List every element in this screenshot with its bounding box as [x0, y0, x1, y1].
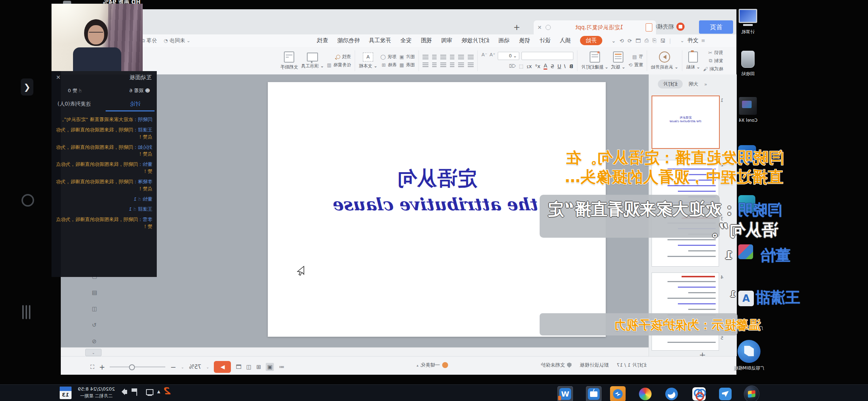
slideshow-view-icon[interactable]: 🗖 [236, 364, 241, 370]
present-tools-button[interactable]: 演示工具 ⌄ [301, 53, 324, 69]
desktop-icon-Corel X4[interactable] [738, 97, 758, 116]
menu-item-file[interactable]: ≡ 文件 ⌄ [680, 37, 705, 44]
slide-thumbnail-1[interactable]: 定语从句the attributive clause [652, 96, 720, 149]
share-button[interactable]: ⧉ 分享 [142, 37, 157, 44]
taskbar-icon-live-class-tv[interactable] [586, 386, 602, 401]
menu-item-10[interactable]: 特色功能 [337, 37, 360, 44]
zoom-in-icon[interactable]: + [99, 363, 105, 371]
clear-format-button[interactable]: ⌫ [509, 63, 516, 69]
desktop-icon-计算机[interactable] [738, 8, 758, 27]
cut-button[interactable]: 剪切✂ [703, 50, 723, 56]
new-tab-button[interactable]: + [513, 23, 520, 32]
paragraph-settings-icon[interactable] [423, 63, 428, 67]
beautify-button[interactable]: ▴ 一键美化 [417, 362, 448, 368]
strikethrough-button[interactable]: S [551, 63, 554, 69]
align-left-icon[interactable] [468, 55, 474, 59]
output-icon[interactable]: ⎘ [652, 37, 656, 44]
font-color-button[interactable]: A [544, 63, 547, 70]
sorter-view-icon[interactable]: ⊞ [256, 364, 261, 370]
redo-icon[interactable]: ⟳ [627, 38, 632, 44]
copy-button[interactable]: 复制⧉ [703, 58, 723, 64]
zoom-level[interactable]: 75% [189, 364, 201, 370]
task-pane-button[interactable]: 任务窗格▥ [327, 62, 351, 68]
font-size-input[interactable]: 0 ⌄ [498, 52, 519, 60]
sync-status-button[interactable]: ◔ 未同步 ⌄ [163, 37, 191, 44]
font-grow-icon[interactable]: A⁺ [490, 52, 496, 60]
taskbar-icon-circles-suite[interactable] [691, 386, 707, 401]
disable-tool-icon[interactable]: ⊘ [92, 338, 97, 345]
menu-item-9[interactable]: 开发工具 [369, 37, 391, 44]
desktop-icon-回收站[interactable] [738, 50, 758, 69]
menu-item-2[interactable]: 设计 [539, 37, 550, 44]
taskbar-icon-chat-app[interactable] [718, 386, 733, 401]
notes-collapse-button[interactable]: ⌄ [85, 349, 102, 356]
menu-item-1[interactable]: 插入 [560, 37, 571, 44]
text-box-button[interactable]: A 文本框 ⌄ [359, 53, 377, 69]
bullets-icon[interactable] [450, 55, 454, 59]
bold-button[interactable]: B [569, 63, 573, 69]
fit-screen-icon[interactable]: ⛶ [90, 364, 95, 370]
zoom-slider-knob[interactable] [129, 364, 135, 370]
action-center-icon[interactable] [132, 388, 136, 392]
normal-view-icon[interactable]: ▣ [266, 363, 274, 371]
desktop-icon-广联达BIM空间[interactable] [738, 340, 757, 359]
shapes-button[interactable]: 形状◯ [380, 54, 397, 60]
undo-icon[interactable]: ⟲ [620, 38, 624, 44]
find-button[interactable]: 查找 [327, 54, 351, 60]
text-direction-icon[interactable] [432, 63, 437, 67]
line-spacing-icon[interactable] [450, 63, 454, 67]
zoom-out-icon[interactable]: − [170, 363, 176, 371]
font-name-input[interactable] [521, 52, 573, 60]
justify-icon[interactable] [458, 63, 464, 67]
indent-more-icon[interactable] [432, 55, 437, 59]
align-right-icon[interactable] [468, 63, 474, 67]
menu-item-8[interactable]: 安全 [400, 37, 411, 44]
print-icon[interactable]: ⎙ [645, 37, 649, 44]
layers-tool-icon[interactable]: ▤ [92, 289, 97, 296]
desktop-icon-app-6[interactable] [738, 244, 758, 264]
picture-button[interactable]: 图片▣ [400, 54, 415, 60]
volume-icon[interactable] [125, 390, 127, 394]
section-button[interactable]: 节▤ [628, 54, 643, 60]
slideshow-play-button[interactable]: ▶ [214, 361, 231, 373]
chevron-down-icon[interactable]: ⌄ [612, 38, 616, 44]
layout-button[interactable]: 版式 ⌄ [611, 51, 625, 70]
tab-mic-list[interactable]: 连麦列表(0人) [57, 101, 91, 107]
menu-item-7[interactable]: 视图 [421, 37, 432, 44]
format-painter-button[interactable]: 格式刷🖌 [703, 66, 723, 72]
calendar-tray-icon[interactable]: 13 [60, 387, 72, 399]
table-button[interactable]: 表格⊞ [380, 62, 397, 68]
zoom-slider[interactable] [110, 367, 165, 367]
tab-slides[interactable]: 幻灯片 [658, 80, 683, 88]
underline-button[interactable]: U [557, 63, 561, 69]
italic-button[interactable]: I [564, 63, 566, 69]
taskbar-icon-wps-presentation[interactable]: W [557, 386, 573, 401]
align-center-icon[interactable] [458, 55, 464, 59]
paste-button[interactable]: 粘贴 ⌄ [686, 51, 700, 70]
indent-less-icon[interactable] [440, 63, 446, 67]
tray-expand-icon[interactable]: ▲ [157, 389, 160, 394]
network-icon[interactable] [146, 389, 153, 395]
taskbar-icon-start-button[interactable] [744, 386, 759, 401]
tab-close-icon[interactable]: ✕ [537, 24, 542, 30]
save-icon[interactable]: 🖫 [660, 38, 665, 44]
chart-button[interactable]: 图表▦ [400, 62, 415, 68]
play-from-current-button[interactable]: 从当前开始 ⌄ [651, 51, 678, 70]
sidebar-expand-handle[interactable]: ❯ [21, 78, 33, 96]
docer-template-tab[interactable]: 稻壳模板 [652, 23, 685, 31]
font-shrink-icon[interactable]: A⁻ [481, 52, 487, 60]
panel-close-icon[interactable]: ✕ [56, 74, 61, 81]
protection-status[interactable]: 文档未保护 [541, 362, 572, 368]
drag-handle-icon[interactable] [22, 305, 30, 319]
tab-discussion[interactable]: 讨论 [130, 101, 140, 107]
new-slide-button[interactable]: 新建幻灯片 ⌄ [581, 51, 609, 70]
design-template-status[interactable]: 默认设计模板 [580, 362, 609, 368]
reading-view-icon[interactable]: ◫ [246, 364, 251, 370]
taskbar-icon-firefox-browser[interactable] [637, 386, 653, 401]
notes-view-icon[interactable]: ≔ [279, 364, 284, 370]
document-tab[interactable]: ✕ 1定语从句复习.ppt [534, 20, 656, 34]
preview-icon[interactable]: 🗔 [636, 38, 641, 44]
menu-item-11[interactable]: 查找 [317, 37, 328, 44]
rotate-tool-icon[interactable]: ↺ [92, 322, 97, 328]
desktop-icon-app-7[interactable]: A [738, 291, 758, 310]
